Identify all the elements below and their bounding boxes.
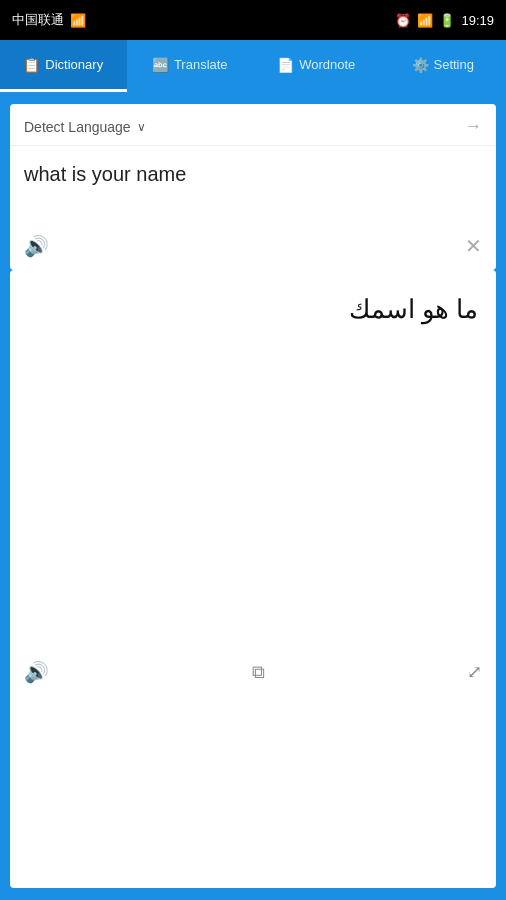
dictionary-tab-icon: 📋 xyxy=(23,57,40,73)
input-text: what is your name xyxy=(24,163,186,185)
status-left: 中国联通 📶 xyxy=(12,11,86,29)
detect-language-label: Detect Language xyxy=(24,119,131,135)
tab-translate[interactable]: 🔤 Translate xyxy=(127,40,254,92)
input-text-display[interactable]: what is your name xyxy=(10,146,496,226)
wifi-icon: 📶 xyxy=(417,13,433,28)
tab-setting-label: Setting xyxy=(434,57,474,72)
chevron-down-icon: ∨ xyxy=(137,120,146,134)
input-close-icon[interactable]: ✕ xyxy=(465,234,482,258)
wordnote-tab-icon: 📄 xyxy=(277,57,294,73)
carrier-text: 中国联通 xyxy=(12,11,64,29)
input-card-header: Detect Language ∨ → xyxy=(10,104,496,146)
status-bar: 中国联通 📶 ⏰ 📶 🔋 19:19 xyxy=(0,0,506,40)
tab-dictionary-label: Dictionary xyxy=(45,57,103,72)
input-speaker-icon[interactable]: 🔊 xyxy=(24,234,49,258)
tab-wordnote-label: Wordnote xyxy=(299,57,355,72)
tab-wordnote[interactable]: 📄 Wordnote xyxy=(253,40,380,92)
expand-icon[interactable]: ⤢ xyxy=(467,661,482,683)
battery-icon: 🔋 xyxy=(439,13,455,28)
output-text: ما هو اسمك xyxy=(349,294,478,324)
tab-translate-label: Translate xyxy=(174,57,228,72)
arrow-right-icon[interactable]: → xyxy=(464,116,482,137)
detect-language-selector[interactable]: Detect Language ∨ xyxy=(24,119,146,135)
alarm-icon: ⏰ xyxy=(395,13,411,28)
copy-icon[interactable]: ⧉ xyxy=(252,662,265,683)
input-card: Detect Language ∨ → what is your name 🔊 … xyxy=(10,104,496,270)
tab-dictionary[interactable]: 📋 Dictionary xyxy=(0,40,127,92)
nav-tabs: 📋 Dictionary 🔤 Translate 📄 Wordnote ⚙️ S… xyxy=(0,40,506,92)
signal-icon: 📶 xyxy=(70,13,86,28)
time-display: 19:19 xyxy=(461,13,494,28)
main-content: Detect Language ∨ → what is your name 🔊 … xyxy=(0,92,506,900)
output-card-footer: 🔊 ⧉ ⤢ xyxy=(10,650,496,698)
setting-tab-icon: ⚙️ xyxy=(412,57,429,73)
input-card-footer: 🔊 ✕ xyxy=(10,226,496,270)
output-card: ما هو اسمك 🔊 ⧉ ⤢ xyxy=(10,270,496,888)
output-text-display: ما هو اسمك xyxy=(10,270,496,650)
translate-tab-icon: 🔤 xyxy=(152,57,169,73)
tab-setting[interactable]: ⚙️ Setting xyxy=(380,40,507,92)
output-speaker-icon[interactable]: 🔊 xyxy=(24,660,49,684)
status-right: ⏰ 📶 🔋 19:19 xyxy=(395,13,494,28)
